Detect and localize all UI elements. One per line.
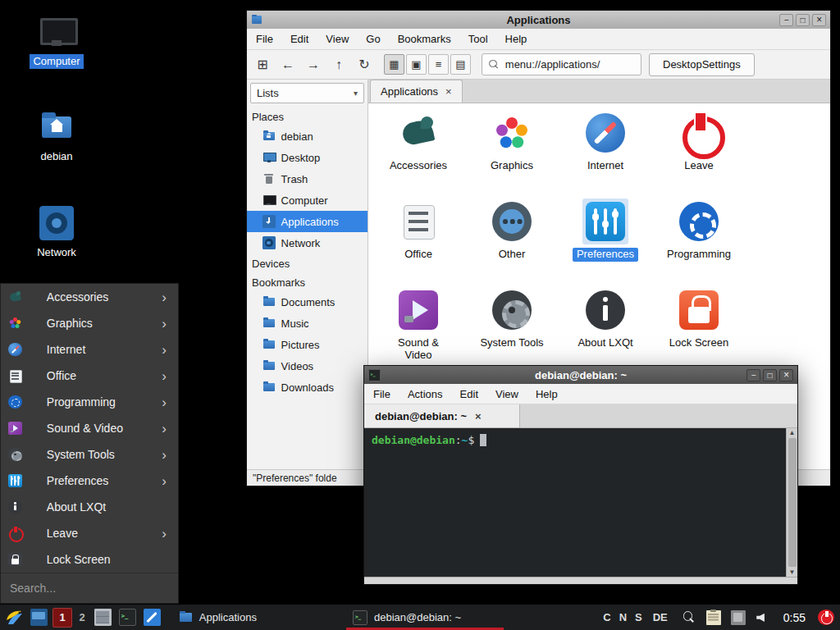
sidebar-mode-select[interactable]: Lists: [250, 83, 364, 103]
fm-titlebar[interactable]: Applications: [247, 11, 830, 29]
sidebar-item-desktop[interactable]: Desktop: [247, 147, 368, 168]
app-item-system-tools[interactable]: System Tools: [465, 285, 559, 374]
up-icon[interactable]: [330, 58, 348, 71]
fm-menu-file[interactable]: File: [256, 33, 273, 45]
app-item-lock-screen[interactable]: Lock Screen: [652, 285, 746, 374]
terminal-close-button[interactable]: [779, 369, 793, 381]
terminal-maximize-button[interactable]: [763, 369, 777, 381]
sidebar-item-trash[interactable]: Trash: [247, 168, 368, 189]
fm-menu-help[interactable]: Help: [505, 33, 527, 45]
terminal-menu-view[interactable]: View: [495, 388, 518, 400]
launcher-terminal[interactable]: [116, 607, 138, 628]
sidebar-item-applications[interactable]: Applications: [247, 211, 368, 232]
fm-close-button[interactable]: [812, 14, 826, 26]
tray-magnifier[interactable]: [678, 607, 700, 628]
app-item-internet[interactable]: Internet: [559, 108, 652, 197]
sidebar-item-music[interactable]: Music: [247, 313, 368, 334]
fm-menu-go[interactable]: Go: [366, 33, 380, 45]
keyboard-layout-indicator[interactable]: DE: [653, 611, 668, 623]
menu-item-office[interactable]: Office: [1, 363, 178, 389]
terminal-menu-actions[interactable]: Actions: [408, 388, 443, 400]
menu-item-accessories[interactable]: Accessories: [1, 284, 178, 310]
app-item-preferences[interactable]: Preferences: [559, 197, 652, 285]
sidebar-item-downloads[interactable]: Downloads: [247, 377, 368, 398]
app-item-about-lxqt[interactable]: About LXQt: [559, 285, 652, 374]
terminal-scrollbar[interactable]: ▲ ▼: [786, 428, 797, 577]
desktop-icon-network[interactable]: Network: [22, 206, 91, 260]
back-icon[interactable]: [279, 58, 297, 71]
launcher-editor[interactable]: [141, 607, 162, 628]
reload-icon[interactable]: [355, 58, 373, 71]
fm-menu-edit[interactable]: Edit: [290, 33, 308, 45]
fm-menu-view[interactable]: View: [326, 33, 349, 45]
power-button[interactable]: [815, 607, 837, 628]
fm-menu-bookmarks[interactable]: Bookmarks: [398, 33, 451, 45]
menu-item-about-lxqt[interactable]: About LXQt: [1, 494, 178, 520]
tab-applications[interactable]: Applications: [370, 80, 463, 103]
address-bar[interactable]: menu://applications/: [482, 53, 641, 75]
launcher-file-cabinet[interactable]: [92, 607, 113, 628]
app-item-other[interactable]: Other: [465, 197, 559, 285]
sidebar-item-videos[interactable]: Videos: [247, 355, 368, 377]
fm-menu-tool[interactable]: Tool: [468, 33, 488, 45]
tab-close-icon[interactable]: [475, 410, 482, 422]
compact-view-button[interactable]: [428, 54, 449, 75]
scroll-lock-indicator[interactable]: S: [635, 611, 642, 623]
thumbnail-view-button[interactable]: [406, 54, 427, 75]
app-item-accessories[interactable]: Accessories: [372, 108, 465, 197]
desktop-icon-computer[interactable]: Computer: [22, 15, 91, 69]
sidebar-item-computer[interactable]: Computer: [247, 189, 368, 211]
menu-item-preferences[interactable]: Preferences: [1, 468, 178, 494]
menu-item-internet[interactable]: Internet: [1, 336, 178, 363]
menu-item-lock-screen[interactable]: Lock Screen: [1, 546, 178, 573]
sidebar-item-pictures[interactable]: Pictures: [247, 334, 368, 355]
tab-close-icon[interactable]: [445, 85, 452, 98]
menu-item-graphics[interactable]: Graphics: [1, 310, 178, 336]
terminal-menu-help[interactable]: Help: [536, 388, 558, 400]
terminal-menu-edit[interactable]: Edit: [460, 388, 478, 400]
app-item-leave[interactable]: Leave: [652, 108, 746, 197]
app-item-sound-video[interactable]: Sound & Video: [372, 285, 465, 374]
show-desktop-button[interactable]: [28, 607, 49, 628]
app-menu-button[interactable]: [3, 607, 25, 628]
tray-volume[interactable]: [752, 607, 774, 628]
terminal-body[interactable]: debian@debian:~$ ▲ ▼: [364, 428, 797, 577]
workspace-1-button[interactable]: 1: [52, 608, 72, 628]
terminal-minimize-button[interactable]: [746, 369, 760, 381]
terminal-tab[interactable]: debian@debian: ~: [364, 404, 520, 427]
tray-clipboard[interactable]: [703, 607, 724, 628]
taskbar-task-file-manager[interactable]: Applications: [172, 605, 336, 630]
menu-item-sound-video[interactable]: Sound & Video: [1, 415, 178, 441]
menu-item-leave[interactable]: Leave: [1, 520, 178, 546]
forward-icon[interactable]: [304, 58, 322, 71]
detailed-view-button[interactable]: [450, 54, 471, 75]
terminal-titlebar[interactable]: debian@debian: ~: [364, 366, 797, 384]
taskbar-task-terminal[interactable]: debian@debian: ~: [346, 605, 504, 630]
menu-item-programming[interactable]: Programming: [1, 389, 178, 415]
workspace-2-button[interactable]: 2: [75, 608, 89, 628]
office-icon: [8, 369, 22, 383]
fm-maximize-button[interactable]: [796, 14, 810, 26]
terminal-output[interactable]: debian@debian:~$: [364, 428, 786, 577]
sidebar-item-debian[interactable]: debian: [247, 126, 368, 147]
app-item-programming[interactable]: Programming: [652, 197, 746, 285]
menu-search-input[interactable]: [1, 573, 178, 603]
app-item-graphics[interactable]: Graphics: [465, 108, 559, 197]
new-tab-icon[interactable]: [253, 58, 272, 71]
app-item-office[interactable]: Office: [372, 197, 465, 285]
caps-lock-indicator[interactable]: C: [603, 611, 610, 623]
fm-minimize-button[interactable]: [779, 14, 793, 26]
sidebar-item-network[interactable]: Network: [247, 232, 368, 253]
scrollbar-thumb[interactable]: [788, 438, 797, 567]
icon-view-button[interactable]: [384, 54, 404, 75]
desktop-icon-debian[interactable]: debian: [22, 110, 91, 164]
clock[interactable]: 0:55: [783, 611, 806, 624]
scroll-down-icon[interactable]: ▼: [789, 568, 796, 576]
num-lock-indicator[interactable]: N: [619, 611, 627, 623]
desktop-settings-button[interactable]: DesktopSettings: [649, 53, 755, 76]
terminal-menu-file[interactable]: File: [373, 388, 390, 400]
sidebar-item-documents[interactable]: Documents: [247, 291, 368, 313]
menu-item-system-tools[interactable]: System Tools: [1, 441, 178, 468]
tray-device[interactable]: [728, 607, 749, 628]
scroll-up-icon[interactable]: ▲: [789, 429, 796, 436]
